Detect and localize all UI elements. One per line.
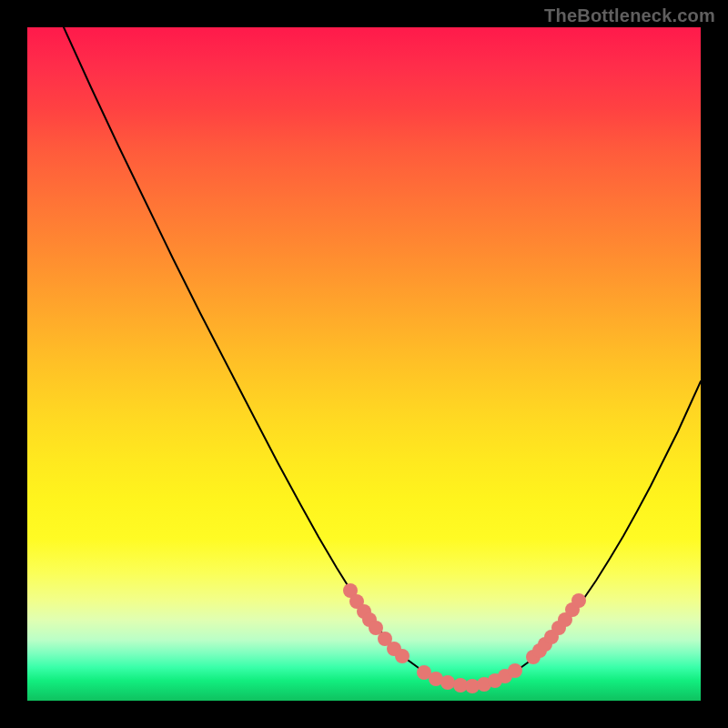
- bottleneck-curve: [64, 27, 701, 686]
- dots-right-cluster: [526, 593, 586, 664]
- attribution-label: TheBottleneck.com: [544, 5, 715, 26]
- plot-area: [27, 27, 701, 701]
- curve-layer: [27, 27, 701, 701]
- data-point-dot: [571, 593, 586, 608]
- data-point-dot: [440, 675, 455, 690]
- data-point-dot: [395, 649, 410, 663]
- dots-left-cluster: [343, 583, 410, 663]
- data-point-dot: [508, 663, 522, 678]
- dots-bottom-cluster: [417, 663, 522, 693]
- chart-frame: TheBottleneck.com: [0, 0, 728, 728]
